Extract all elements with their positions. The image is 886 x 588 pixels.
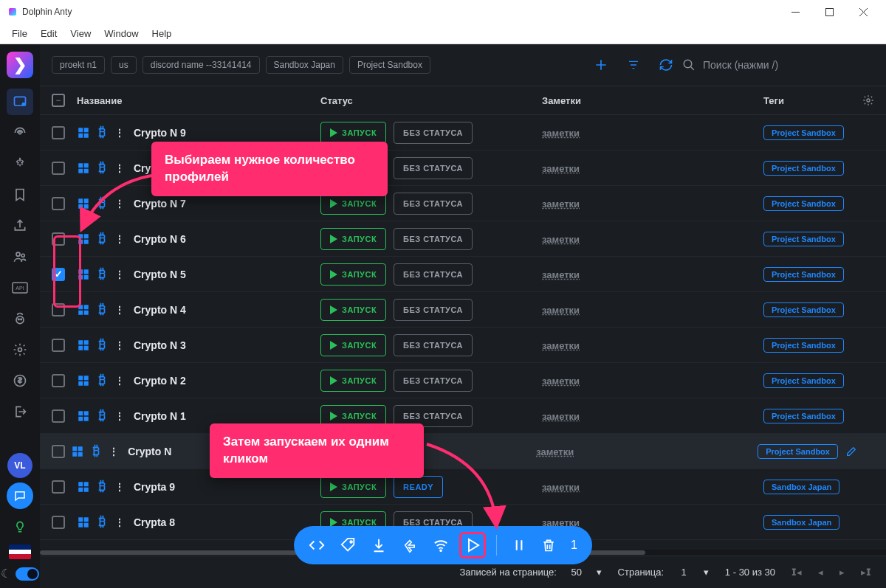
edit-icon[interactable] xyxy=(845,446,857,457)
row-checkbox[interactable] xyxy=(52,339,65,352)
row-menu-button[interactable]: ⋮ xyxy=(114,198,125,210)
column-notes[interactable]: Заметки xyxy=(542,95,763,106)
column-status[interactable]: Статус xyxy=(320,95,542,106)
close-button[interactable] xyxy=(846,0,880,24)
theme-toggle[interactable] xyxy=(16,567,39,581)
row-checkbox[interactable] xyxy=(52,162,65,175)
sidebar-item-team[interactable] xyxy=(7,243,33,270)
table-row[interactable]: ₿⋮Crypto N 3ЗАПУСКБЕЗ СТАТУСАзаметкиProj… xyxy=(40,328,886,363)
run-button[interactable]: ЗАПУСК xyxy=(320,299,386,321)
tag-chip[interactable]: Project Sandbox xyxy=(763,302,844,317)
tag-chip[interactable]: Project Sandbox xyxy=(758,444,838,459)
filter-pill[interactable]: discord name --33141414 xyxy=(142,56,260,74)
table-row[interactable]: ₿⋮Crypto N 1ЗАПУСКБЕЗ СТАТУСАзаметкиProj… xyxy=(40,398,886,434)
notes-link[interactable]: заметки xyxy=(536,446,574,457)
language-flag[interactable] xyxy=(9,544,31,559)
select-all-checkbox[interactable]: − xyxy=(52,94,65,107)
sidebar-item-settings[interactable] xyxy=(7,336,33,363)
notes-link[interactable]: заметки xyxy=(542,482,580,493)
row-checkbox[interactable] xyxy=(52,268,65,281)
tag-chip[interactable]: Project Sandbox xyxy=(763,373,844,388)
next-page-button[interactable]: ▸ xyxy=(839,567,845,578)
bulk-delete-button[interactable] xyxy=(541,537,556,553)
sidebar-item-upload[interactable] xyxy=(7,212,33,239)
maximize-button[interactable] xyxy=(812,0,846,24)
prev-page-button[interactable]: ◂ xyxy=(818,567,823,578)
sidebar-item-api[interactable]: API xyxy=(7,274,33,301)
download-icon[interactable] xyxy=(371,537,387,553)
records-per-page-value[interactable]: 50 xyxy=(571,567,582,578)
row-menu-button[interactable]: ⋮ xyxy=(114,304,125,316)
sidebar-item-browsers[interactable] xyxy=(7,89,33,115)
menu-help[interactable]: Help xyxy=(146,25,178,42)
chat-button[interactable] xyxy=(7,482,33,509)
add-button[interactable] xyxy=(594,58,608,72)
code-icon[interactable] xyxy=(309,537,325,553)
filter-pill[interactable]: us xyxy=(111,56,137,74)
menu-view[interactable]: View xyxy=(64,25,97,42)
filter-pill[interactable]: Sandbox Japan xyxy=(266,56,343,74)
tag-chip[interactable]: Project Sandbox xyxy=(763,338,844,353)
filter-pill[interactable]: proekt n1 xyxy=(52,56,105,74)
menu-window[interactable]: Window xyxy=(98,25,144,42)
refresh-button[interactable] xyxy=(659,58,673,72)
row-checkbox[interactable] xyxy=(52,126,65,139)
menu-edit[interactable]: Edit xyxy=(35,25,63,42)
sidebar-item-extensions[interactable] xyxy=(7,151,33,177)
row-checkbox[interactable] xyxy=(52,303,65,317)
row-checkbox[interactable] xyxy=(52,516,65,529)
bulk-run-button[interactable] xyxy=(464,536,481,554)
share-icon[interactable] xyxy=(402,537,418,553)
tag-chip[interactable]: Sandbox Japan xyxy=(763,480,839,494)
run-button[interactable]: ЗАПУСК xyxy=(320,122,386,144)
sidebar-item-hint[interactable] xyxy=(7,513,33,540)
first-page-button[interactable]: 𝗜◂ xyxy=(791,567,802,578)
status-badge[interactable]: READY xyxy=(394,476,443,498)
status-badge[interactable]: БЕЗ СТАТУСА xyxy=(394,334,473,356)
row-checkbox[interactable] xyxy=(52,480,65,494)
row-menu-button[interactable]: ⋮ xyxy=(114,162,125,174)
columns-settings[interactable] xyxy=(852,94,874,106)
tag-chip[interactable]: Project Sandbox xyxy=(763,161,844,176)
notes-link[interactable]: заметки xyxy=(542,411,580,422)
tag-chip[interactable]: Project Sandbox xyxy=(763,125,844,140)
filter-button[interactable] xyxy=(626,59,641,71)
page-value[interactable]: 1 xyxy=(681,567,686,578)
last-page-button[interactable]: ▸𝗜 xyxy=(861,567,871,578)
tag-chip[interactable]: Project Sandbox xyxy=(763,267,844,282)
run-button[interactable]: ЗАПУСК xyxy=(320,334,386,356)
avatar[interactable]: VL xyxy=(7,453,32,478)
sidebar-item-proxies[interactable] xyxy=(7,120,33,146)
notes-link[interactable]: заметки xyxy=(542,376,580,387)
search-input[interactable]: Поиск (нажми /) xyxy=(682,58,874,72)
row-checkbox[interactable] xyxy=(52,197,65,210)
logo[interactable]: ❯ xyxy=(7,52,33,78)
row-menu-button[interactable]: ⋮ xyxy=(114,516,125,528)
tag-chip[interactable]: Project Sandbox xyxy=(763,196,844,211)
status-badge[interactable]: БЕЗ СТАТУСА xyxy=(394,228,473,250)
row-menu-button[interactable]: ⋮ xyxy=(114,339,125,351)
status-badge[interactable]: БЕЗ СТАТУСА xyxy=(394,263,473,286)
tag-chip[interactable]: Project Sandbox xyxy=(763,232,844,246)
tag-chip[interactable]: Sandbox Japan xyxy=(763,515,839,530)
row-menu-button[interactable]: ⋮ xyxy=(114,410,125,422)
notes-link[interactable]: заметки xyxy=(542,305,580,316)
notes-link[interactable]: заметки xyxy=(542,198,580,210)
status-badge[interactable]: БЕЗ СТАТУСА xyxy=(394,370,473,392)
chevron-down-icon[interactable]: ▾ xyxy=(704,567,709,578)
status-badge[interactable]: БЕЗ СТАТУСА xyxy=(394,122,473,144)
run-button[interactable]: ЗАПУСК xyxy=(320,263,386,286)
row-menu-button[interactable]: ⋮ xyxy=(114,481,125,493)
minimize-button[interactable] xyxy=(778,0,812,24)
row-checkbox[interactable] xyxy=(52,232,65,246)
sidebar-item-bookmarks[interactable] xyxy=(7,181,33,208)
notes-link[interactable]: заметки xyxy=(542,269,580,280)
row-menu-button[interactable]: ⋮ xyxy=(114,127,125,139)
notes-link[interactable]: заметки xyxy=(542,340,580,351)
row-checkbox[interactable] xyxy=(52,374,65,387)
table-row[interactable]: ₿⋮Crypto N 5ЗАПУСКБЕЗ СТАТУСАзаметкиProj… xyxy=(40,257,886,292)
run-button[interactable]: ЗАПУСК xyxy=(320,370,386,392)
status-badge[interactable]: БЕЗ СТАТУСА xyxy=(394,157,473,179)
table-row[interactable]: ₿⋮Crypto N 2ЗАПУСКБЕЗ СТАТУСАзаметкиProj… xyxy=(40,363,886,398)
sidebar-item-logout[interactable] xyxy=(7,398,33,425)
